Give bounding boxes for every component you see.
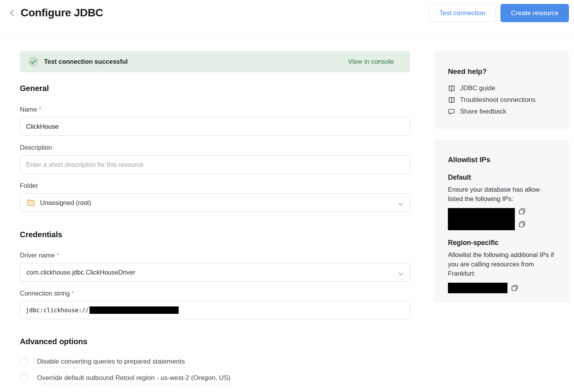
create-resource-button[interactable]: Create resource [500, 4, 569, 22]
name-input[interactable] [20, 117, 410, 136]
troubleshoot-connections-link[interactable]: Troubleshoot connections [448, 94, 561, 106]
banner-message: Test connection successful [44, 58, 128, 65]
chevron-down-icon [398, 270, 404, 277]
copy-buttons [519, 208, 525, 229]
book-icon [448, 85, 455, 92]
redacted-default-ips [448, 208, 515, 230]
test-connection-button[interactable]: Test connection [429, 4, 496, 22]
book-icon [448, 97, 455, 103]
required-asterisk: * [39, 106, 41, 112]
connection-string-label: Connection string* [20, 290, 410, 297]
region-description: Allowlist the following additional IPs i… [448, 250, 558, 278]
allowlist-ips-heading: Allowlist IPs [448, 156, 561, 164]
driver-name-select[interactable]: com.clickhouse.jdbc.ClickHouseDriver [20, 263, 410, 282]
default-subheading: Default [448, 173, 561, 182]
chat-bubble-icon [448, 108, 455, 115]
help-link-label: Troubleshoot connections [460, 96, 535, 104]
back-button[interactable] [7, 9, 16, 18]
allowlist-ips-panel: Allowlist IPs Default Ensure your databa… [434, 140, 569, 303]
general-heading: General [20, 84, 410, 93]
default-description: Ensure your database has allow-listed th… [448, 185, 548, 203]
option-label: Disable converting queries to prepared s… [37, 358, 185, 368]
copy-icon [511, 285, 518, 292]
folder-value: Unassigned (root) [40, 199, 91, 206]
connection-string-input[interactable]: jdbc:clickhouse:// [20, 301, 410, 319]
option-row-prepared-statements: Disable converting queries to prepared s… [20, 358, 410, 368]
copy-icon [519, 208, 525, 216]
name-label: Name* [20, 106, 410, 113]
view-in-console-link[interactable]: View in console [348, 58, 394, 66]
need-help-heading: Need help? [448, 67, 561, 76]
help-links: JDBC guide Troubleshoot connections Shar… [448, 82, 561, 117]
help-link-label: Share feedback [460, 108, 506, 116]
header-actions: Test connection Create resource [429, 4, 569, 22]
driver-name-value: com.clickhouse.jdbc.ClickHouseDriver [26, 269, 135, 276]
redacted-region-ip [448, 283, 507, 293]
check-circle-icon [28, 56, 39, 67]
connection-string-prefix: jdbc:clickhouse:// [26, 307, 89, 314]
description-input[interactable] [20, 155, 410, 174]
option-label: Override default outbound Retool region … [37, 374, 230, 384]
folder-icon [27, 199, 35, 206]
region-specific-subheading: Region-specific [448, 239, 561, 247]
chevron-left-icon [9, 9, 14, 18]
jdbc-guide-link[interactable]: JDBC guide [448, 82, 561, 94]
copy-icon [519, 221, 525, 229]
description-label: Description [20, 144, 410, 151]
driver-name-label: Driver name* [20, 252, 410, 259]
credentials-heading: Credentials [20, 230, 410, 239]
folder-label: Folder [20, 182, 410, 189]
copy-ip-button[interactable] [519, 221, 525, 229]
folder-select[interactable]: Unassigned (root) [20, 193, 410, 212]
redacted-connection-host [90, 306, 179, 314]
default-ip-row [448, 208, 561, 230]
need-help-panel: Need help? JDBC guide Troubleshoot conne… [434, 51, 569, 129]
copy-ip-button[interactable] [511, 285, 518, 292]
main-content: Test connection successful View in conso… [20, 51, 410, 384]
share-feedback-link[interactable]: Share feedback [448, 106, 561, 117]
page-title: Configure JDBC [21, 7, 103, 19]
success-banner: Test connection successful View in conso… [20, 51, 410, 72]
sidebar: Need help? JDBC guide Troubleshoot conne… [434, 51, 569, 303]
required-asterisk: * [72, 290, 74, 296]
disable-prepared-statements-checkbox[interactable] [20, 358, 28, 366]
copy-ip-button[interactable] [519, 208, 525, 216]
advanced-options-heading: Advanced options [20, 337, 410, 346]
help-link-label: JDBC guide [460, 84, 495, 92]
option-row-override-region: Override default outbound Retool region … [20, 374, 410, 384]
chevron-down-icon [398, 201, 404, 208]
region-ip-row [448, 283, 561, 293]
override-region-checkbox[interactable] [20, 374, 28, 383]
required-asterisk: * [57, 252, 59, 258]
page-header: Configure JDBC Test connection Create re… [0, 0, 574, 37]
